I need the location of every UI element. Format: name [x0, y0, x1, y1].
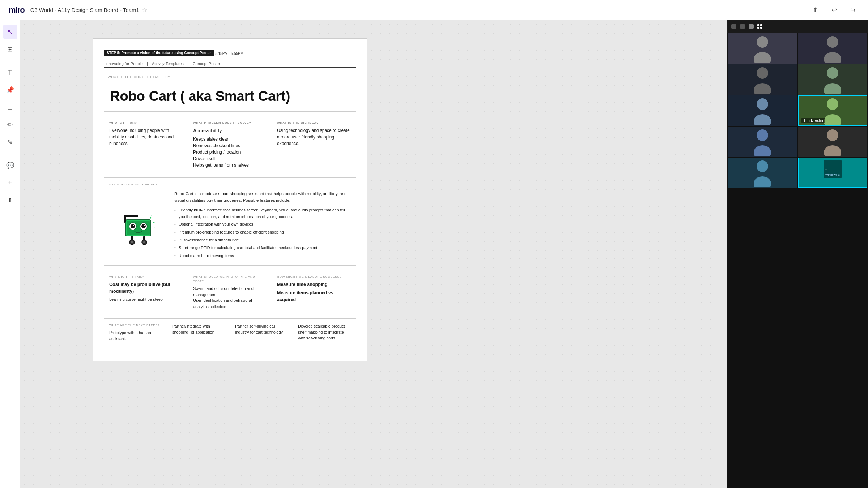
svg-point-36	[824, 145, 841, 156]
who-box: WHO IS IT FOR? Everyone including people…	[104, 116, 188, 173]
sidebar-divider-2	[5, 154, 16, 154]
fail-title-2: Learning curve might be steep	[109, 296, 183, 303]
svg-point-4	[131, 224, 135, 228]
problem-item-1: Keeps aisles clear	[193, 136, 267, 142]
person-silhouette-2	[798, 33, 867, 64]
main-layout: ↖ ⊞ T 📌 □ ✏ ✎ 💬 + ⬆ ··· STEP 5: Promote …	[0, 20, 868, 488]
board-title: O3 World - A11y Design Slam Board - Team…	[30, 7, 139, 13]
breadcrumb-part2[interactable]: Activity Templates	[152, 61, 184, 66]
step-badge: STEP 5: Promote a vision of the future u…	[104, 50, 214, 56]
breadcrumb: Innovating for People | Activity Templat…	[104, 61, 356, 68]
breadcrumb-sep2: |	[188, 61, 189, 66]
video-cell-4	[798, 64, 867, 95]
illustrate-label: ILLUSTRATE HOW IT WORKS	[109, 183, 351, 186]
share-button[interactable]: ⬆	[809, 4, 822, 17]
canvas-area[interactable]: STEP 5: Promote a vision of the future u…	[20, 20, 727, 488]
star-icon[interactable]: ☆	[142, 7, 147, 13]
person-silhouette-3	[728, 64, 797, 95]
who-text: Everyone including people with mobility …	[109, 127, 183, 147]
svg-point-33	[757, 129, 768, 141]
breadcrumb-part1[interactable]: Innovating for People	[105, 61, 143, 66]
topbar: miro O3 World - A11y Design Slam Board -…	[0, 0, 868, 20]
video-cell-5	[728, 95, 797, 126]
bigidea-box: WHAT IS THE BIG IDEA? Using technology a…	[272, 116, 356, 173]
person-silhouette-10: ⊞ Windows S	[799, 158, 867, 187]
left-sidebar: ↖ ⊞ T 📌 □ ✏ ✎ 💬 + ⬆ ···	[0, 20, 20, 488]
video-cell-9	[728, 158, 797, 188]
svg-point-24	[824, 52, 841, 63]
cart-illustration: ✦ ✦ ✦ + ·	[109, 191, 167, 261]
video-panel-container: Tim Breslin	[727, 20, 868, 488]
svg-point-26	[754, 83, 771, 94]
concept-label: WHAT IS THE CONCEPT CALLED?	[104, 73, 356, 81]
video-layout-icon-2[interactable]	[749, 24, 754, 29]
svg-point-23	[827, 36, 838, 48]
add-tool[interactable]: +	[3, 176, 17, 190]
sidebar-divider-1	[5, 61, 16, 61]
video-cell-6: Tim Breslin	[798, 95, 867, 126]
bigidea-text: Using technology and space to create a m…	[277, 127, 351, 147]
cart-description: Robo Cart is a modular smart shopping as…	[174, 191, 351, 261]
video-cell-2	[798, 33, 867, 64]
measure-box: HOW MIGHT WE MEASURE SUCCESS? Measure ti…	[272, 270, 356, 314]
problem-items: Keeps aisles clear Removes checkout line…	[193, 136, 267, 168]
svg-point-27	[827, 67, 838, 79]
svg-point-30	[754, 114, 771, 125]
text-tool[interactable]: T	[3, 65, 17, 80]
select-tool[interactable]: ↖	[3, 25, 17, 39]
svg-point-7	[144, 225, 145, 226]
problem-title: Accessibility	[193, 127, 267, 134]
problem-item-5: Helps get items from shelves	[193, 162, 267, 168]
next-text-4: Develop scaleable product shelf mapping …	[298, 323, 351, 341]
prototype-label: WHAT SHOULD WE PROTOTYPE AND TEST?	[193, 275, 267, 283]
svg-text:⊞: ⊞	[825, 166, 827, 170]
pencil-tool[interactable]: ✎	[3, 135, 17, 149]
fail-box: WHY MIGHT IT FAIL? Cost may be prohibiti…	[104, 270, 188, 314]
problem-item-3: Product pricing / location	[193, 149, 267, 155]
pen-tool[interactable]: ✏	[3, 117, 17, 132]
person-silhouette-4	[798, 64, 867, 95]
next-steps-label: WHAT ARE THE NEXT STEPS?	[109, 323, 162, 328]
problem-item-4: Drives itself	[193, 155, 267, 162]
person-silhouette-9	[728, 158, 797, 188]
frames-tool[interactable]: ⊞	[3, 42, 17, 56]
miro-logo: miro	[9, 5, 25, 15]
svg-rect-9	[124, 215, 138, 217]
svg-text:+: +	[122, 216, 124, 221]
svg-point-5	[141, 224, 146, 228]
svg-point-6	[133, 225, 134, 226]
svg-text:·: ·	[154, 226, 156, 230]
svg-text:✦: ✦	[151, 214, 153, 217]
sticky-tool[interactable]: 📌	[3, 83, 17, 97]
title-bar: O3 World - A11y Design Slam Board - Team…	[30, 7, 147, 13]
redo-button[interactable]: ↪	[846, 4, 859, 17]
video-grid-icon[interactable]	[757, 24, 762, 29]
video-layout-icon-1[interactable]	[740, 24, 745, 29]
feature-2: Optional integration with your own devic…	[174, 221, 351, 228]
feature-6: Robotic arm for retrieving items	[174, 253, 351, 259]
next-text-1: Prototype with a human assistant.	[109, 330, 162, 342]
more-tool[interactable]: ···	[3, 217, 17, 231]
problem-box: WHAT PROBLEM DOES IT SOLVE? Accessibilit…	[188, 116, 272, 173]
svg-point-32	[824, 114, 841, 125]
shapes-tool[interactable]: □	[3, 100, 17, 115]
video-minimize-icon[interactable]	[731, 24, 736, 29]
undo-button[interactable]: ↩	[827, 4, 841, 17]
svg-point-28	[824, 83, 841, 94]
breadcrumb-sep1: |	[147, 61, 148, 66]
svg-point-15	[143, 241, 145, 243]
cart-intro: Robo Cart is a modular smart shopping as…	[174, 191, 351, 204]
video-panel: Tim Breslin	[727, 33, 868, 189]
comment-tool[interactable]: 💬	[3, 158, 17, 173]
measure-label: HOW MIGHT WE MEASURE SUCCESS?	[277, 275, 351, 279]
illustrate-section: ILLUSTRATE HOW IT WORKS	[104, 177, 356, 266]
fail-title-1: Cost may be prohibitive (but modularity)	[109, 281, 183, 295]
prototype-text-2: User identification and behavioral analy…	[193, 297, 267, 309]
breadcrumb-part3[interactable]: Concept Poster	[193, 61, 220, 66]
svg-point-21	[757, 36, 768, 48]
next-text-3: Partner self-driving car industry for ca…	[235, 323, 288, 335]
templates-tool[interactable]: ⬆	[3, 193, 17, 207]
feature-4: Push-assistance for a smooth ride	[174, 237, 351, 244]
problem-label: WHAT PROBLEM DOES IT SOLVE?	[193, 121, 267, 125]
svg-point-22	[754, 52, 771, 63]
